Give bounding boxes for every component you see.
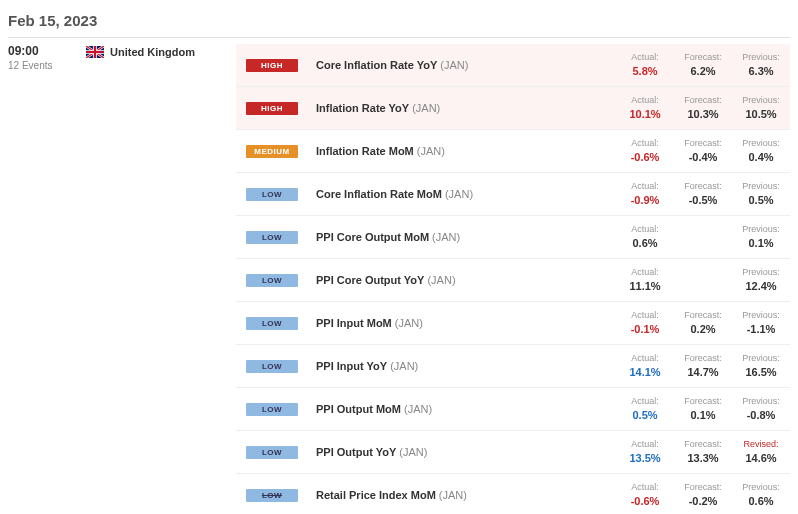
event-row[interactable]: LOWPPI Output YoY (JAN)Actual:13.5%Forec… (236, 431, 790, 474)
value-cell-actual: Actual:-0.6% (616, 482, 674, 508)
value-cell-actual: Actual:13.5% (616, 439, 674, 465)
previous-value: 14.6% (732, 451, 790, 465)
forecast-value: -0.5% (674, 193, 732, 207)
value-cell-previous: Previous:0.4% (732, 138, 790, 164)
value-cell-actual: Actual:5.8% (616, 52, 674, 78)
forecast-value: 0.2% (674, 322, 732, 336)
value-cell-previous: Previous:16.5% (732, 353, 790, 379)
impact-cell: LOW (236, 403, 308, 416)
event-period: (JAN) (436, 489, 467, 501)
impact-badge: LOW (246, 231, 298, 244)
event-name: PPI Core Output MoM (316, 231, 429, 243)
event-row[interactable]: MEDIUMInflation Rate MoM (JAN)Actual:-0.… (236, 130, 790, 173)
event-name: Core Inflation Rate MoM (316, 188, 442, 200)
forecast-value: 14.7% (674, 365, 732, 379)
actual-label: Actual: (616, 138, 674, 150)
event-name: Retail Price Index MoM (316, 489, 436, 501)
event-name: PPI Core Output YoY (316, 274, 424, 286)
event-name-cell: PPI Input YoY (JAN) (308, 360, 616, 372)
previous-label: Previous: (732, 224, 790, 236)
value-cell-actual: Actual:0.5% (616, 396, 674, 422)
event-period: (JAN) (392, 317, 423, 329)
previous-label: Previous: (732, 353, 790, 365)
impact-cell: LOW (236, 274, 308, 287)
previous-label: Previous: (732, 396, 790, 408)
event-name-cell: PPI Output YoY (JAN) (308, 446, 616, 458)
event-row[interactable]: LOWPPI Input YoY (JAN)Actual:14.1%Foreca… (236, 345, 790, 388)
event-period: (JAN) (424, 274, 455, 286)
value-cell-forecast: Forecast:10.3% (674, 95, 732, 121)
event-name-cell: PPI Output MoM (JAN) (308, 403, 616, 415)
forecast-label: Forecast: (674, 396, 732, 408)
event-period: (JAN) (409, 102, 440, 114)
forecast-label: Forecast: (674, 181, 732, 193)
actual-label: Actual: (616, 310, 674, 322)
impact-cell: HIGH (236, 59, 308, 72)
impact-cell: LOW (236, 317, 308, 330)
actual-label: Actual: (616, 396, 674, 408)
event-period: (JAN) (396, 446, 427, 458)
value-cell-forecast: Forecast:14.7% (674, 353, 732, 379)
value-cell-forecast: Forecast:0.1% (674, 396, 732, 422)
event-row[interactable]: HIGHCore Inflation Rate YoY (JAN)Actual:… (236, 44, 790, 87)
event-name: PPI Output MoM (316, 403, 401, 415)
impact-badge: LOW (246, 446, 298, 459)
value-cell-actual: Actual:0.6% (616, 224, 674, 250)
calendar-group: 09:00 12 Events United Kingdom HIGHCore … (8, 44, 790, 514)
actual-label: Actual: (616, 353, 674, 365)
forecast-label: Forecast: (674, 310, 732, 322)
event-name: PPI Output YoY (316, 446, 396, 458)
event-name-cell: Inflation Rate MoM (JAN) (308, 145, 616, 157)
event-row[interactable]: LOWPPI Core Output MoM (JAN)Actual:0.6%P… (236, 216, 790, 259)
impact-badge: LOW (246, 489, 298, 502)
value-cell-actual: Actual:-0.1% (616, 310, 674, 336)
event-row[interactable]: LOWCore Inflation Rate MoM (JAN)Actual:-… (236, 173, 790, 216)
impact-cell: LOW (236, 489, 308, 502)
previous-value: -1.1% (732, 322, 790, 336)
event-row[interactable]: LOWPPI Output MoM (JAN)Actual:0.5%Foreca… (236, 388, 790, 431)
forecast-label: Forecast: (674, 439, 732, 451)
value-cell-actual: Actual:11.1% (616, 267, 674, 293)
forecast-value: 13.3% (674, 451, 732, 465)
actual-value: 14.1% (616, 365, 674, 379)
actual-value: 0.5% (616, 408, 674, 422)
previous-value: 0.4% (732, 150, 790, 164)
impact-cell: MEDIUM (236, 145, 308, 158)
event-row[interactable]: LOWRetail Price Index MoM (JAN)Actual:-0… (236, 474, 790, 514)
previous-label: Previous: (732, 138, 790, 150)
impact-cell: LOW (236, 360, 308, 373)
event-name-cell: PPI Core Output YoY (JAN) (308, 274, 616, 286)
previous-label: Previous: (732, 95, 790, 107)
previous-value: 0.6% (732, 494, 790, 508)
country-column: United Kingdom (86, 44, 236, 514)
event-time: 09:00 (8, 44, 86, 58)
event-name: PPI Input YoY (316, 360, 387, 372)
value-cell-previous: Previous:0.5% (732, 181, 790, 207)
previous-value: 10.5% (732, 107, 790, 121)
previous-value: 12.4% (732, 279, 790, 293)
forecast-value: -0.4% (674, 150, 732, 164)
previous-label: Previous: (732, 52, 790, 64)
event-name-cell: Retail Price Index MoM (JAN) (308, 489, 616, 501)
event-row[interactable]: LOWPPI Input MoM (JAN)Actual:-0.1%Foreca… (236, 302, 790, 345)
event-row[interactable]: LOWPPI Core Output YoY (JAN)Actual:11.1%… (236, 259, 790, 302)
impact-cell: LOW (236, 188, 308, 201)
impact-cell: LOW (236, 446, 308, 459)
event-period: (JAN) (401, 403, 432, 415)
event-name: Core Inflation Rate YoY (316, 59, 437, 71)
event-period: (JAN) (442, 188, 473, 200)
event-row[interactable]: HIGHInflation Rate YoY (JAN)Actual:10.1%… (236, 87, 790, 130)
event-period: (JAN) (437, 59, 468, 71)
previous-value: 0.5% (732, 193, 790, 207)
previous-label: Previous: (732, 310, 790, 322)
forecast-label: Forecast: (674, 482, 732, 494)
actual-value: 5.8% (616, 64, 674, 78)
event-name: PPI Input MoM (316, 317, 392, 329)
actual-label: Actual: (616, 181, 674, 193)
forecast-value: -0.2% (674, 494, 732, 508)
impact-badge: LOW (246, 274, 298, 287)
value-cell-previous: Previous:0.1% (732, 224, 790, 250)
impact-badge: LOW (246, 360, 298, 373)
actual-value: -0.9% (616, 193, 674, 207)
uk-flag-icon (86, 46, 104, 58)
